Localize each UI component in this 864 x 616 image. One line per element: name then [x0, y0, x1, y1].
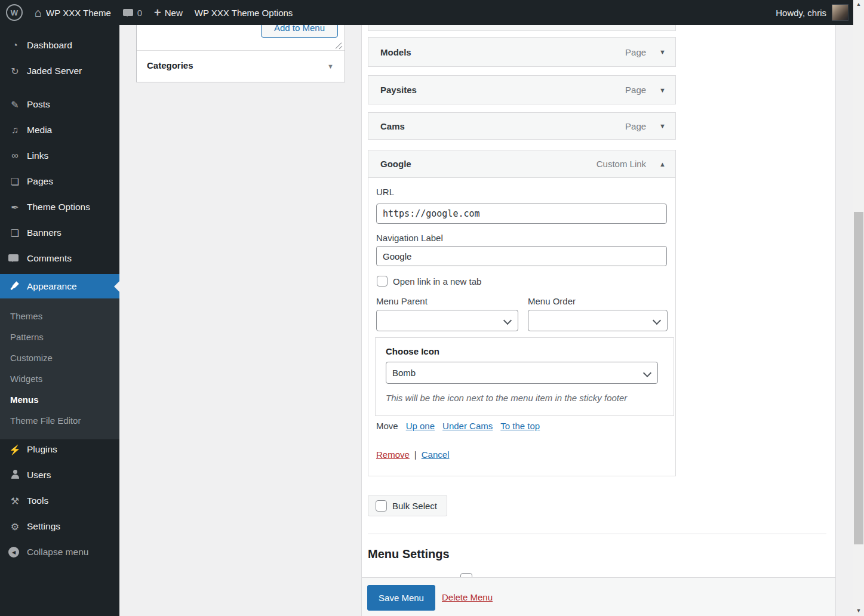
sidebar-item-comments[interactable]: Comments: [0, 248, 119, 269]
plug-icon: ⚡: [8, 444, 21, 455]
sidebar-item-theme-options[interactable]: ✒ Theme Options: [0, 197, 119, 217]
site-name: WP XXX Theme: [46, 8, 111, 18]
menu-parent-select[interactable]: [376, 310, 518, 331]
wrench-icon: ⚒: [8, 495, 21, 507]
delete-menu-link[interactable]: Delete Menu: [442, 592, 493, 602]
collapse-menu-button[interactable]: ◀ Collapse menu: [0, 542, 119, 562]
wordpress-menus-page: W ⌂ WP XXX Theme 0 + New WP XXX Theme Op…: [0, 0, 864, 616]
move-to-top-link[interactable]: To the top: [500, 421, 540, 431]
menu-item-paysites[interactable]: Paysites Page ▼: [368, 75, 676, 104]
sidebar-label: Settings: [27, 521, 60, 532]
menu-item-type: Page: [625, 85, 646, 95]
submenu-item-menus[interactable]: Menus: [0, 389, 119, 410]
sidebar-item-links[interactable]: ∞ Links: [0, 146, 119, 166]
move-under-cams-link[interactable]: Under Cams: [442, 421, 493, 431]
theme-options-admin-link[interactable]: WP XXX Theme Options: [189, 0, 299, 25]
menu-item-label: Paysites: [380, 85, 417, 95]
choose-icon-label: Choose Icon: [386, 346, 439, 356]
navigation-label-input[interactable]: [376, 246, 667, 266]
sidebar-label: Tools: [27, 495, 48, 506]
sidebar-item-users[interactable]: Users: [0, 465, 119, 485]
submenu-item-patterns[interactable]: Patterns: [0, 327, 119, 347]
resize-handle[interactable]: [334, 42, 343, 50]
sidebar-item-dashboard[interactable]: ◔ Dashboard: [0, 35, 119, 56]
open-new-tab-checkbox[interactable]: [377, 276, 388, 287]
menu-order-select[interactable]: [528, 310, 668, 331]
choose-icon-section: Choose Icon Bomb This will be the icon n…: [375, 337, 674, 416]
categories-chevron-down-icon[interactable]: ▼: [327, 63, 334, 70]
media-icon: ♫: [8, 125, 21, 135]
sidebar-item-banners[interactable]: ❑ Banners: [0, 223, 119, 243]
sidebar-item-settings[interactable]: ⚙ Settings: [0, 516, 119, 537]
submenu-item-theme-file-editor[interactable]: Theme File Editor: [0, 410, 119, 431]
menu-item-google-header[interactable]: Google Custom Link ▲: [368, 150, 676, 178]
menu-item-models[interactable]: Models Page ▼: [368, 37, 676, 67]
paint-brush-icon: [8, 281, 21, 292]
expand-chevron-down-icon[interactable]: ▼: [659, 87, 666, 94]
expand-chevron-down-icon[interactable]: ▼: [659, 48, 666, 56]
site-name-link[interactable]: ⌂ WP XXX Theme: [29, 0, 117, 25]
save-menu-button[interactable]: Save Menu: [367, 585, 435, 611]
sidebar-label: Jaded Server: [27, 66, 82, 76]
sidebar-label: Users: [27, 470, 51, 481]
new-label: New: [165, 8, 183, 18]
submenu-item-themes[interactable]: Themes: [0, 306, 119, 327]
theme-options-label: WP XXX Theme Options: [195, 8, 293, 18]
pages-icon: ❏: [8, 176, 21, 187]
account-menu[interactable]: Howdy, chris: [776, 0, 853, 25]
move-up-one-link[interactable]: Up one: [406, 421, 435, 431]
scrollbar-up-arrow[interactable]: ▲: [853, 1, 864, 7]
comment-bubble-icon: [8, 253, 21, 264]
navigation-label-label: Navigation Label: [376, 233, 443, 243]
sidebar-label: Pages: [27, 176, 53, 187]
plus-icon: +: [154, 7, 161, 19]
admin-bar: W ⌂ WP XXX Theme 0 + New WP XXX Theme Op…: [0, 0, 853, 25]
sidebar-item-media[interactable]: ♫ Media: [0, 120, 119, 140]
remove-link[interactable]: Remove: [376, 449, 410, 460]
url-input[interactable]: [376, 204, 667, 224]
icon-description: This will be the icon next to the menu i…: [386, 393, 627, 403]
sidebar-label: Banners: [27, 227, 62, 238]
submenu-item-widgets[interactable]: Widgets: [0, 368, 119, 389]
pen-icon: ✒: [8, 202, 21, 213]
admin-sidebar: ◔ Dashboard ↻ Jaded Server ✎ Posts ♫ Med…: [0, 25, 119, 616]
sidebar-label: Posts: [27, 99, 50, 110]
menu-item-type: Custom Link: [597, 159, 646, 169]
sidebar-label: Dashboard: [27, 40, 72, 51]
chain-link-icon: ∞: [8, 150, 21, 161]
sidebar-item-posts[interactable]: ✎ Posts: [0, 94, 119, 115]
sidebar-label: Appearance: [27, 281, 77, 292]
icon-select-value: Bomb: [392, 368, 416, 378]
dashboard-gauge-icon: ◔: [8, 40, 21, 51]
comments-count: 0: [137, 8, 142, 18]
new-content-menu[interactable]: + New: [148, 0, 189, 25]
sidebar-item-jaded-server[interactable]: ↻ Jaded Server: [0, 61, 119, 81]
collapse-arrow-icon: ◀: [8, 547, 21, 558]
sidebar-label: Links: [27, 150, 48, 161]
icon-select[interactable]: Bomb: [386, 362, 658, 384]
settings-sliders-icon: ⚙: [8, 521, 21, 532]
menu-item-label: Cams: [380, 121, 405, 131]
scrollbar-down-arrow[interactable]: ▼: [853, 608, 864, 614]
sidebar-item-pages[interactable]: ❏ Pages: [0, 171, 119, 192]
bulk-select-toggle[interactable]: Bulk Select: [368, 495, 447, 516]
comments-admin-link[interactable]: 0: [117, 0, 148, 25]
section-divider: [368, 534, 826, 534]
bulk-select-checkbox[interactable]: [376, 500, 387, 512]
sidebar-item-plugins[interactable]: ⚡ Plugins: [0, 439, 119, 460]
sidebar-item-appearance[interactable]: Appearance: [0, 274, 119, 298]
cancel-link[interactable]: Cancel: [422, 449, 450, 460]
scrollbar-thumb[interactable]: [854, 212, 863, 544]
wp-logo-menu[interactable]: W: [0, 0, 29, 25]
sidebar-item-tools[interactable]: ⚒ Tools: [0, 491, 119, 511]
menu-parent-label: Menu Parent: [376, 296, 428, 306]
sidebar-label: Theme Options: [27, 202, 90, 212]
user-icon: [8, 470, 21, 481]
submenu-item-customize[interactable]: Customize: [0, 347, 119, 368]
menu-item-cams[interactable]: Cams Page ▼: [368, 112, 676, 140]
menu-item-label: Google: [380, 159, 411, 169]
move-row: Move Up one Under Cams To the top: [376, 421, 540, 431]
expand-chevron-down-icon[interactable]: ▼: [659, 122, 666, 130]
collapse-chevron-up-icon[interactable]: ▲: [659, 161, 666, 168]
categories-accordion-header[interactable]: Categories: [147, 60, 193, 70]
